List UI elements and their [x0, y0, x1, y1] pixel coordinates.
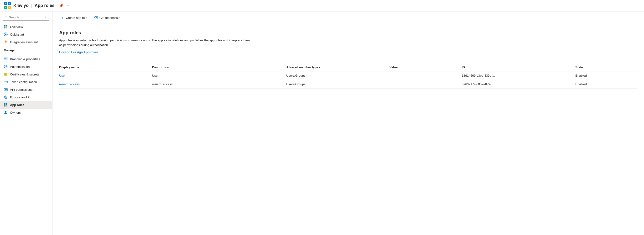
svg-rect-18	[6, 59, 7, 59]
sidebar-item-expose-api-label: Expose an API	[10, 96, 30, 99]
row-0-allowed-member-types: Users/Groups	[286, 71, 390, 80]
app-name: Klaviyo	[13, 3, 28, 8]
header-page-title: App roles	[34, 3, 54, 8]
svg-rect-11	[6, 27, 8, 29]
row-0-value	[390, 71, 462, 80]
row-1-display-name[interactable]: msiam_access	[59, 80, 152, 89]
svg-rect-25	[4, 81, 5, 82]
overview-icon	[4, 25, 8, 29]
content-area: App roles App roles are custom roles to …	[52, 24, 644, 94]
api-icon	[4, 88, 8, 91]
search-icon	[5, 16, 8, 19]
branding-icon	[4, 57, 8, 61]
sidebar-item-authentication-label: Authentication	[10, 65, 30, 69]
sidebar-item-expose-api[interactable]: Expose an API	[0, 93, 52, 101]
svg-rect-34	[6, 105, 8, 107]
sidebar-item-owners[interactable]: Owners	[0, 109, 52, 116]
collapse-sidebar-button[interactable]: «	[44, 15, 47, 19]
sidebar-item-owners-label: Owners	[10, 111, 21, 114]
row-0-description: User	[152, 71, 286, 80]
search-input[interactable]	[9, 16, 42, 19]
svg-rect-9	[6, 25, 8, 27]
svg-point-30	[6, 97, 6, 98]
row-1-value	[390, 80, 462, 89]
table-body: User User Users/Groups 18d14569-c3bd-439…	[59, 71, 637, 89]
svg-rect-33	[4, 105, 6, 107]
svg-rect-26	[6, 81, 6, 82]
more-options-icon[interactable]: ···	[67, 4, 70, 8]
sidebar-item-integration-assistant[interactable]: Integration assistant	[0, 38, 52, 46]
sidebar-item-authentication[interactable]: Authentication	[0, 63, 52, 71]
got-feedback-label: Got feedback?	[100, 16, 120, 20]
sidebar-item-branding[interactable]: Branding & properties	[0, 55, 52, 63]
owners-icon	[4, 111, 8, 114]
plus-icon: ＋	[60, 15, 64, 20]
svg-rect-5	[9, 3, 10, 4]
app-logo: Klaviyo | App roles	[4, 2, 54, 10]
col-header-display-name: Display name	[59, 64, 152, 71]
sidebar-item-quickstart[interactable]: Quickstart	[0, 31, 52, 38]
authentication-icon	[4, 65, 8, 69]
manage-divider	[4, 54, 48, 54]
svg-rect-6	[5, 7, 6, 8]
quickstart-icon	[4, 33, 8, 36]
svg-point-20	[6, 66, 6, 67]
svg-rect-17	[6, 58, 7, 58]
svg-point-37	[96, 18, 96, 19]
sidebar-item-api-permissions[interactable]: API permissions	[0, 86, 52, 93]
svg-rect-23	[4, 73, 7, 74]
sidebar-item-integration-label: Integration assistant	[10, 40, 38, 44]
sidebar-search-area: «	[0, 12, 52, 23]
svg-point-19	[4, 65, 8, 68]
svg-point-22	[5, 74, 6, 75]
page-title: App roles	[59, 30, 637, 36]
create-app-role-button[interactable]: ＋ Create app role	[58, 14, 90, 22]
row-1-description: msiam_access	[152, 80, 286, 89]
header: Klaviyo | App roles 📌 ···	[0, 0, 644, 12]
svg-point-35	[5, 111, 6, 112]
svg-point-13	[5, 34, 6, 35]
sidebar-item-token-label: Token configuration	[10, 80, 37, 84]
help-link[interactable]: How do I assign App roles	[59, 50, 98, 54]
col-header-value: Value	[390, 64, 462, 71]
sidebar-item-overview[interactable]: Overview	[0, 23, 52, 31]
col-header-id: ID	[462, 64, 575, 71]
row-0-display-name[interactable]: User	[59, 71, 152, 80]
sidebar: « Overview Quicksta	[0, 12, 52, 235]
main-content: ＋ Create app role Got feedback? App role…	[52, 12, 644, 235]
header-separator: |	[31, 3, 32, 8]
sidebar-item-token-config[interactable]: Token configuration	[0, 78, 52, 86]
sidebar-item-certificates[interactable]: Certificates & secrets	[0, 71, 52, 78]
svg-rect-32	[6, 103, 8, 105]
toolbar-separator	[91, 15, 91, 21]
search-box[interactable]: «	[3, 14, 49, 21]
expose-api-icon	[4, 95, 8, 99]
row-1-id: b9632174-c057-4f7e-...	[462, 80, 575, 89]
app-roles-table: Display name Description Allowed member …	[59, 64, 637, 89]
svg-rect-27	[6, 81, 7, 82]
row-1-state: Enabled	[575, 80, 637, 89]
token-icon	[4, 80, 8, 84]
col-header-allowed-member-types: Allowed member types	[286, 64, 390, 71]
approles-icon	[4, 103, 8, 107]
sidebar-item-branding-label: Branding & properties	[10, 57, 40, 61]
table-row: User User Users/Groups 18d14569-c3bd-439…	[59, 71, 637, 80]
svg-rect-10	[4, 27, 6, 29]
app-roles-table-wrap: Display name Description Allowed member …	[59, 64, 637, 89]
got-feedback-button[interactable]: Got feedback?	[92, 14, 122, 22]
toolbar: ＋ Create app role Got feedback?	[52, 12, 644, 24]
create-app-role-label: Create app role	[66, 16, 87, 20]
sidebar-item-quickstart-label: Quickstart	[10, 33, 24, 36]
page-description: App roles are custom roles to assign per…	[59, 38, 250, 47]
svg-point-14	[6, 42, 6, 43]
certificates-icon	[4, 72, 8, 76]
svg-rect-16	[4, 58, 6, 59]
table-header: Display name Description Allowed member …	[59, 64, 637, 71]
sidebar-item-api-label: API permissions	[10, 88, 32, 91]
table-header-row: Display name Description Allowed member …	[59, 64, 637, 71]
manage-section-label: Manage	[0, 46, 52, 53]
feedback-icon	[94, 16, 98, 20]
row-1-allowed-member-types: Users/Groups	[286, 80, 390, 89]
sidebar-item-app-roles[interactable]: App roles	[0, 101, 52, 109]
pin-icon[interactable]: 📌	[59, 3, 64, 8]
